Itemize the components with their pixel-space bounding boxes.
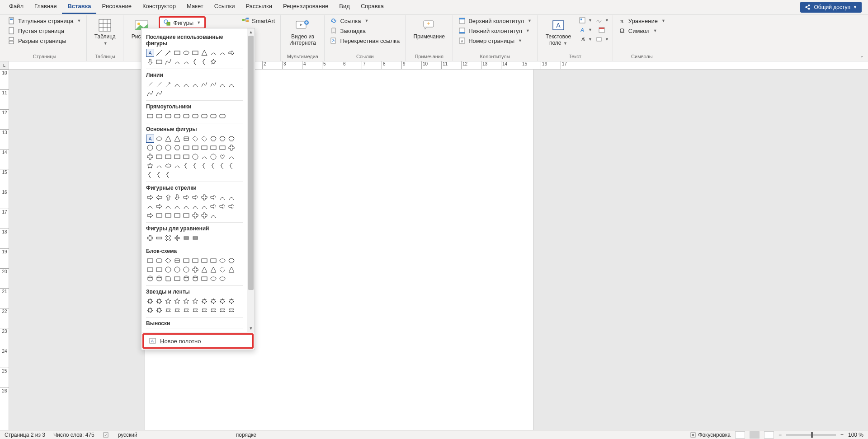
shape-item[interactable]: [173, 266, 181, 274]
status-spellcheck-icon[interactable]: [103, 431, 110, 438]
zoom-in-button[interactable]: +: [840, 432, 844, 438]
shape-item[interactable]: [200, 153, 208, 161]
shape-item[interactable]: [155, 171, 163, 179]
shape-item[interactable]: [182, 202, 190, 210]
shape-item[interactable]: [173, 297, 181, 305]
shape-item[interactable]: [218, 202, 226, 210]
shape-item[interactable]: [191, 49, 199, 57]
shape-item[interactable]: [182, 112, 190, 120]
shape-item[interactable]: [191, 162, 199, 170]
new-canvas-button[interactable]: A Новое полотно: [142, 333, 254, 349]
shape-item[interactable]: [173, 144, 181, 152]
shape-item[interactable]: [164, 112, 172, 120]
shape-item[interactable]: [200, 257, 208, 265]
shape-item[interactable]: [164, 266, 172, 274]
shape-item[interactable]: [218, 266, 226, 274]
textbox-button[interactable]: A Текстовое поле ▼: [541, 16, 576, 48]
shape-item[interactable]: [191, 80, 199, 89]
shape-item[interactable]: [164, 257, 172, 265]
shape-item[interactable]: [191, 275, 199, 283]
shape-item[interactable]: [146, 266, 154, 274]
shape-item[interactable]: [146, 297, 154, 305]
shape-item[interactable]: [173, 58, 181, 66]
focus-mode-button[interactable]: Фокусировка: [690, 432, 731, 438]
shape-item[interactable]: [173, 193, 181, 201]
shape-item[interactable]: [218, 153, 226, 161]
shape-item[interactable]: [164, 275, 172, 283]
shape-item[interactable]: [227, 49, 236, 57]
shape-item[interactable]: [182, 257, 190, 265]
shape-item[interactable]: [146, 306, 154, 314]
shape-item[interactable]: [200, 202, 208, 210]
tab-file[interactable]: Файл: [4, 0, 29, 14]
scroll-down-button[interactable]: ▼: [247, 325, 255, 332]
tab-references[interactable]: Ссылки: [209, 0, 241, 14]
shape-item[interactable]: [218, 162, 226, 170]
pagenum-button[interactable]: #Номер страницы▼: [457, 36, 533, 45]
shape-item[interactable]: [209, 275, 217, 283]
shape-item[interactable]: [191, 306, 199, 314]
document-area[interactable]: [9, 70, 868, 430]
shape-item[interactable]: [173, 234, 181, 242]
shape-item[interactable]: [209, 202, 217, 210]
shape-item[interactable]: [164, 80, 172, 89]
shape-item[interactable]: [146, 193, 154, 201]
shape-item[interactable]: [182, 153, 190, 161]
shape-item[interactable]: [209, 144, 217, 152]
shapes-button[interactable]: Фигуры ▼: [159, 16, 206, 29]
scroll-up-button[interactable]: ▲: [247, 28, 255, 36]
shape-item[interactable]: [182, 135, 190, 143]
shape-item[interactable]: [155, 80, 163, 89]
shape-item[interactable]: [200, 306, 208, 314]
smartart-button[interactable]: SmartArt: [240, 16, 277, 25]
page-break-button[interactable]: Разрыв страницы: [6, 36, 83, 45]
cover-page-button[interactable]: Титульная страница▼: [6, 16, 83, 25]
shape-item[interactable]: [209, 162, 217, 170]
shape-item[interactable]: [218, 297, 226, 305]
shape-item[interactable]: [146, 112, 154, 120]
tab-design[interactable]: Конструктор: [137, 0, 181, 14]
shape-item[interactable]: [227, 202, 236, 210]
shape-item[interactable]: [173, 257, 181, 265]
shape-item[interactable]: [155, 89, 163, 98]
shape-item[interactable]: [182, 211, 190, 220]
shape-item[interactable]: [200, 112, 208, 120]
shape-item[interactable]: [209, 193, 217, 201]
shape-item[interactable]: [173, 202, 181, 210]
ribbon-collapse-button[interactable]: ⌄: [860, 53, 863, 58]
tab-home[interactable]: Главная: [29, 0, 62, 14]
status-words[interactable]: Число слов: 475: [53, 432, 94, 438]
signature-button[interactable]: [595, 16, 603, 24]
symbol-button[interactable]: ΩСимвол▼: [617, 26, 667, 35]
zoom-out-button[interactable]: −: [778, 432, 782, 438]
shape-item[interactable]: [146, 211, 154, 220]
quickparts-button[interactable]: [578, 16, 586, 24]
shape-item[interactable]: [182, 58, 190, 66]
shape-item[interactable]: [200, 162, 208, 170]
shape-item[interactable]: [182, 162, 190, 170]
shape-item[interactable]: [182, 234, 190, 242]
shape-item[interactable]: [182, 306, 190, 314]
shape-item[interactable]: [155, 112, 163, 120]
shape-item[interactable]: [191, 58, 199, 66]
shape-item[interactable]: [200, 275, 208, 283]
shape-item[interactable]: [191, 144, 199, 152]
shape-item[interactable]: [155, 234, 163, 242]
shape-item[interactable]: [200, 211, 208, 220]
shape-item[interactable]: [146, 275, 154, 283]
shape-item[interactable]: [218, 193, 226, 201]
datetime-button[interactable]: [598, 26, 606, 34]
shape-item[interactable]: [227, 193, 236, 201]
online-video-button[interactable]: Видео из Интернета: [284, 16, 321, 48]
object-button[interactable]: [595, 35, 603, 43]
shape-item[interactable]: [173, 162, 181, 170]
shape-item[interactable]: [182, 144, 190, 152]
shape-item[interactable]: [173, 135, 181, 143]
shape-item[interactable]: [209, 49, 217, 57]
shape-item[interactable]: [155, 58, 163, 66]
shape-item[interactable]: [218, 112, 226, 120]
shape-item[interactable]: [155, 275, 163, 283]
shape-item[interactable]: [155, 257, 163, 265]
shape-item[interactable]: [218, 135, 226, 143]
ruler-horizontal[interactable]: 234567891011121314151617: [9, 61, 868, 70]
